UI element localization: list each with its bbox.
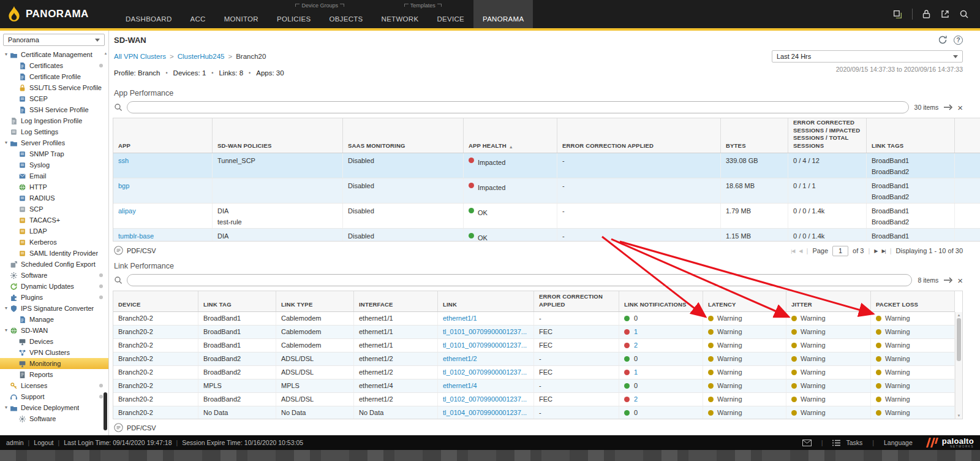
commit-config-icon[interactable] — [892, 9, 903, 20]
app-row-bgp[interactable]: bgpDisabledImpacted-18.68 MB0 / 1 / 1Bro… — [113, 178, 980, 204]
lock-icon[interactable] — [922, 9, 931, 19]
sidebar-item-ssh-service-profile[interactable]: SSH Service Profile — [0, 104, 108, 115]
sidebar-item-dynamic-updates[interactable]: Dynamic Updates — [0, 281, 108, 292]
app-search-input[interactable] — [127, 101, 909, 113]
context-selector[interactable]: Panorama — [3, 34, 105, 46]
nav-tab-device[interactable]: DEVICE — [428, 9, 473, 28]
sidebar-item-certificates[interactable]: Certificates — [0, 60, 108, 71]
link-name[interactable]: ethernet1/1 — [443, 315, 477, 322]
column-header-interface[interactable]: INTERFACE — [354, 291, 438, 311]
sidebar-item-saml-identity-provider[interactable]: SAML Identity Provider — [0, 248, 108, 259]
column-header-sd-wan-policies[interactable]: SD-WAN POLICIES — [213, 118, 343, 153]
link-row-4[interactable]: Branch20-2BroadBand2ADSL/DSLethernet1/2e… — [113, 352, 955, 366]
link-name[interactable]: ethernet1/4 — [443, 383, 477, 389]
sidebar-item-manage[interactable]: Manage — [0, 314, 108, 325]
link-pdf-csv-button[interactable]: PDF/CSV — [114, 423, 156, 433]
sidebar-item-licenses[interactable]: Licenses — [0, 380, 108, 391]
column-header-latency[interactable]: LATENCY — [703, 291, 786, 311]
prev-page-icon[interactable]: ◀ — [799, 248, 802, 254]
clear-filter-icon[interactable]: × — [957, 103, 963, 112]
app-link[interactable]: bgp — [118, 182, 129, 189]
sidebar-item-email[interactable]: Email — [0, 170, 108, 181]
scrollbar-thumb[interactable] — [104, 392, 107, 430]
sidebar-item-ips-signature-converter[interactable]: ▾IPS Signature Converter — [0, 303, 108, 314]
brand[interactable]: PANORAMA — [0, 0, 116, 28]
column-header-link-type[interactable]: LINK TYPE — [276, 291, 354, 311]
column-header-link-tag[interactable]: LINK TAG — [198, 291, 276, 311]
link-name[interactable]: tl_0102_00709900001237... — [443, 396, 527, 403]
notification-count[interactable]: 1 — [634, 329, 638, 335]
link-row-5[interactable]: Branch20-2BroadBand2ADSL/DSLethernet1/2t… — [113, 366, 955, 379]
tasks-link[interactable]: Tasks — [846, 439, 862, 446]
sidebar-item-vpn-clusters[interactable]: VPN Clusters — [0, 347, 108, 358]
sidebar-item-support[interactable]: Support — [0, 391, 108, 402]
app-link[interactable]: alipay — [118, 207, 136, 215]
apply-filter-icon[interactable] — [944, 277, 953, 283]
sidebar-item-scheduled-config-export[interactable]: Scheduled Config Export — [0, 259, 108, 270]
column-header-device[interactable]: DEVICE — [113, 291, 198, 311]
export-window-icon[interactable] — [940, 9, 950, 19]
sidebar-item-devices[interactable]: Devices — [0, 336, 108, 347]
tasks-icon[interactable] — [832, 440, 840, 446]
link-name[interactable]: tl_0101_00709900001237... — [443, 342, 527, 349]
link-row-8[interactable]: Branch20-2No DataNo DataNo Datatl_0104_0… — [113, 406, 955, 419]
search-icon[interactable] — [959, 9, 969, 19]
last-page-icon[interactable]: ▶| — [881, 248, 885, 254]
sidebar-item-plugins[interactable]: Plugins — [0, 292, 108, 303]
app-row-alipay[interactable]: alipayDIAtest-ruleDisabledOK-1.79 MB0 / … — [113, 204, 980, 229]
breadcrumb-item-all-vpn-clusters[interactable]: All VPN Clusters — [114, 53, 166, 60]
link-row-6[interactable]: Branch20-2MPLSMPLSethernet1/4ethernet1/4… — [113, 379, 955, 393]
sidebar-item-certificate-management[interactable]: ▾Certificate Management — [0, 49, 108, 60]
link-name[interactable]: tl_0104_00709900001237... — [443, 410, 527, 416]
sidebar-item-snmp-trap[interactable]: SNMP Trap — [0, 148, 108, 159]
nav-tab-dashboard[interactable]: DASHBOARD — [116, 0, 181, 28]
column-header-jitter[interactable]: JITTER — [786, 291, 871, 311]
app-row-tumblr-base[interactable]: tumblr-baseDIADisabledOK-1.15 MB0 / 0 / … — [113, 229, 980, 242]
first-page-icon[interactable]: |◀ — [791, 248, 794, 254]
app-link[interactable]: ssh — [118, 157, 129, 164]
nav-tab-acc[interactable]: ACC — [181, 0, 215, 28]
sidebar-item-ldap[interactable]: LDAP — [0, 226, 108, 237]
logout-link[interactable]: Logout — [34, 439, 53, 446]
sidebar-item-ssl-tls-service-profile[interactable]: SSL/TLS Service Profile — [0, 82, 108, 93]
column-header-error-correction-applied[interactable]: ERROR CORRECTION APPLIED — [557, 118, 721, 153]
nav-tab-network[interactable]: NETWORK — [372, 9, 428, 28]
time-range-select[interactable]: Last 24 Hrs — [772, 50, 963, 63]
next-page-icon[interactable]: ▶ — [874, 248, 877, 254]
link-row-3[interactable]: Branch20-2BroadBand1Cablemodemethernet1/… — [113, 339, 955, 352]
notification-count[interactable]: 2 — [634, 342, 638, 349]
sidebar-item-radius[interactable]: RADIUS — [0, 192, 108, 204]
scroll-down-icon[interactable]: ▼ — [956, 414, 962, 417]
sidebar-item-log-settings[interactable]: Log Settings — [0, 126, 108, 137]
column-header-app[interactable]: APP — [113, 118, 213, 153]
sidebar-item-log-ingestion-profile[interactable]: Log Ingestion Profile — [0, 115, 108, 126]
nav-tab-objects[interactable]: OBJECTS — [320, 9, 372, 28]
sidebar-item-reports[interactable]: Reports — [0, 369, 108, 380]
refresh-icon[interactable] — [938, 35, 948, 45]
notification-count[interactable]: 1 — [634, 369, 638, 376]
sidebar-item-sd-wan[interactable]: ▾SD-WAN — [0, 325, 108, 336]
messages-icon[interactable] — [802, 440, 812, 446]
sidebar-item-syslog[interactable]: Syslog — [0, 159, 108, 170]
link-name[interactable]: ethernet1/2 — [443, 356, 477, 362]
sidebar-item-device-deployment[interactable]: ▾Device Deployment — [0, 402, 108, 413]
page-input[interactable] — [832, 246, 848, 256]
column-header-bytes[interactable]: BYTES — [721, 118, 788, 153]
column-header-error-correction-applied[interactable]: ERROR CORRECTION APPLIED — [534, 291, 619, 311]
sidebar-item-software[interactable]: Software — [0, 413, 108, 424]
nav-tab-policies[interactable]: POLICIES — [268, 9, 320, 28]
help-icon[interactable]: ? — [954, 36, 963, 45]
link-row-7[interactable]: Branch20-2BroadBand2ADSL/DSLethernet1/2t… — [113, 393, 955, 406]
column-header-link-tags[interactable]: LINK TAGS — [867, 118, 955, 153]
link-name[interactable]: tl_0101_00709900001237... — [443, 329, 527, 335]
column-header-packet-loss[interactable]: PACKET LOSS — [871, 291, 955, 311]
sidebar-item-kerberos[interactable]: Kerberos — [0, 237, 108, 248]
app-pdf-csv-button[interactable]: PDF/CSV — [114, 246, 156, 256]
sidebar-item-software[interactable]: Software — [0, 270, 108, 281]
sidebar-item-http[interactable]: HTTP — [0, 181, 108, 192]
link-row-1[interactable]: Branch20-2BroadBand1Cablemodemethernet1/… — [113, 312, 955, 326]
app-link[interactable]: tumblr-base — [118, 232, 154, 240]
sidebar-item-scp[interactable]: SCP — [0, 204, 108, 215]
apply-filter-icon[interactable] — [944, 104, 953, 110]
scrollbar-thumb[interactable] — [957, 318, 961, 361]
